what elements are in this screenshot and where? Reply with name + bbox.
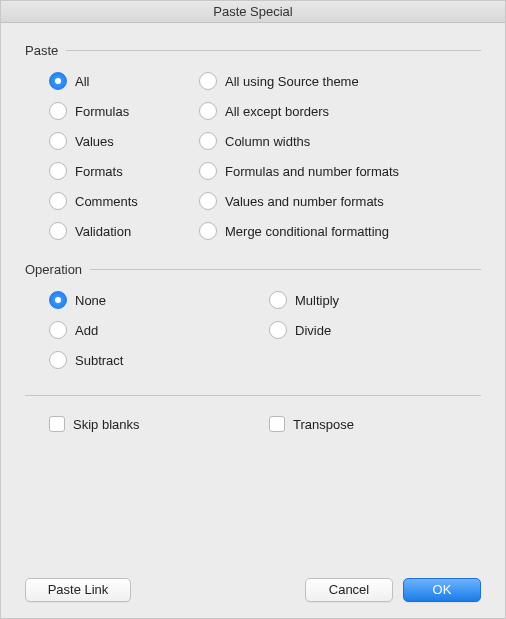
radio-icon xyxy=(199,192,217,210)
divider-line xyxy=(66,50,481,51)
radio-label: Formulas xyxy=(75,104,129,119)
checkbox-skip-blanks[interactable]: Skip blanks xyxy=(49,416,269,432)
button-row: Paste Link Cancel OK xyxy=(25,578,481,602)
radio-icon xyxy=(199,222,217,240)
paste-option-formulas-number-formats[interactable]: Formulas and number formats xyxy=(199,162,481,180)
paste-option-all[interactable]: All xyxy=(49,72,199,90)
operation-option-divide[interactable]: Divide xyxy=(269,321,481,339)
radio-label: Values xyxy=(75,134,114,149)
checkbox-label: Transpose xyxy=(293,417,354,432)
radio-label: Formulas and number formats xyxy=(225,164,399,179)
radio-icon xyxy=(49,132,67,150)
radio-label: Comments xyxy=(75,194,138,209)
dialog-content: Paste All All using Source theme Formula… xyxy=(1,23,505,618)
operation-option-subtract[interactable]: Subtract xyxy=(49,351,269,369)
paste-option-validation[interactable]: Validation xyxy=(49,222,199,240)
operation-option-none[interactable]: None xyxy=(49,291,269,309)
checkbox-icon xyxy=(269,416,285,432)
radio-icon xyxy=(49,291,67,309)
operation-options-grid: None Multiply Add Divide Subtract xyxy=(49,291,481,369)
checkbox-row: Skip blanks Transpose xyxy=(49,416,481,432)
radio-label: All xyxy=(75,74,89,89)
radio-icon xyxy=(199,132,217,150)
radio-label: Formats xyxy=(75,164,123,179)
paste-link-button[interactable]: Paste Link xyxy=(25,578,131,602)
paste-option-comments[interactable]: Comments xyxy=(49,192,199,210)
paste-option-formulas[interactable]: Formulas xyxy=(49,102,199,120)
operation-option-multiply[interactable]: Multiply xyxy=(269,291,481,309)
radio-label: Validation xyxy=(75,224,131,239)
radio-label: Column widths xyxy=(225,134,310,149)
radio-icon xyxy=(269,291,287,309)
divider-line xyxy=(90,269,481,270)
radio-icon xyxy=(199,102,217,120)
operation-option-add[interactable]: Add xyxy=(49,321,269,339)
paste-options-grid: All All using Source theme Formulas All … xyxy=(49,72,481,240)
paste-option-values-number-formats[interactable]: Values and number formats xyxy=(199,192,481,210)
paste-section-label: Paste xyxy=(25,43,58,58)
operation-section-label: Operation xyxy=(25,262,82,277)
radio-label: Values and number formats xyxy=(225,194,384,209)
paste-section-header: Paste xyxy=(25,43,481,58)
checkbox-transpose[interactable]: Transpose xyxy=(269,416,354,432)
paste-option-merge-conditional[interactable]: Merge conditional formatting xyxy=(199,222,481,240)
divider-line xyxy=(25,395,481,396)
radio-icon xyxy=(49,351,67,369)
radio-label: All except borders xyxy=(225,104,329,119)
radio-icon xyxy=(49,222,67,240)
paste-option-values[interactable]: Values xyxy=(49,132,199,150)
radio-icon xyxy=(49,162,67,180)
radio-icon xyxy=(199,162,217,180)
checkbox-label: Skip blanks xyxy=(73,417,139,432)
radio-label: Add xyxy=(75,323,98,338)
paste-option-all-except-borders[interactable]: All except borders xyxy=(199,102,481,120)
cancel-button[interactable]: Cancel xyxy=(305,578,393,602)
operation-section-header: Operation xyxy=(25,262,481,277)
radio-label: Merge conditional formatting xyxy=(225,224,389,239)
radio-icon xyxy=(49,321,67,339)
radio-label: None xyxy=(75,293,106,308)
paste-option-column-widths[interactable]: Column widths xyxy=(199,132,481,150)
radio-label: Multiply xyxy=(295,293,339,308)
ok-button[interactable]: OK xyxy=(403,578,481,602)
radio-label: All using Source theme xyxy=(225,74,359,89)
paste-option-formats[interactable]: Formats xyxy=(49,162,199,180)
radio-icon xyxy=(49,192,67,210)
checkbox-icon xyxy=(49,416,65,432)
radio-icon xyxy=(49,102,67,120)
radio-label: Divide xyxy=(295,323,331,338)
radio-icon xyxy=(199,72,217,90)
radio-icon xyxy=(49,72,67,90)
paste-special-dialog: Paste Special Paste All All using Source… xyxy=(0,0,506,619)
radio-label: Subtract xyxy=(75,353,123,368)
paste-option-all-source-theme[interactable]: All using Source theme xyxy=(199,72,481,90)
radio-icon xyxy=(269,321,287,339)
dialog-title: Paste Special xyxy=(1,1,505,23)
